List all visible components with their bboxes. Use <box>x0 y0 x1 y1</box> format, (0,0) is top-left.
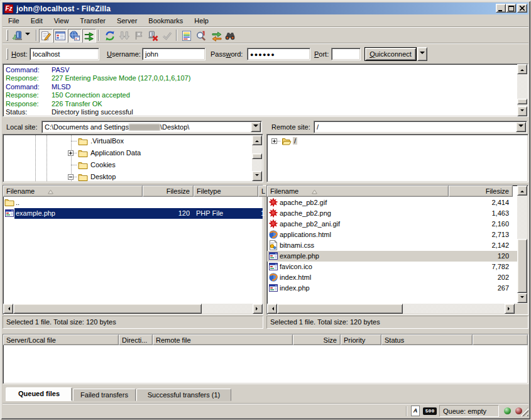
hscrollbar-thumb[interactable] <box>277 304 403 314</box>
scroll-left-button[interactable] <box>3 304 13 314</box>
local-tree-label[interactable]: Cookies <box>89 161 117 169</box>
speed-limit-icon[interactable]: 500 <box>423 407 437 415</box>
local-file-row[interactable]: example.php120PHP File1 <box>3 208 263 219</box>
menu-file[interactable]: File <box>3 16 25 26</box>
remote-tree-label[interactable]: / <box>293 137 297 145</box>
toolbar-gripper[interactable] <box>6 30 8 41</box>
queue-column-remote-file[interactable]: Remote file <box>153 334 293 345</box>
local-tree-label[interactable]: .VirtualBox <box>89 137 125 145</box>
tab-successful-transfers-1[interactable]: Successful transfers (1) <box>136 389 231 401</box>
data-type-icon[interactable]: A <box>411 406 420 416</box>
scroll-down-button[interactable] <box>517 293 527 303</box>
queue-column-priority[interactable]: Priority <box>341 334 381 345</box>
local-tree-item[interactable]: .VirtualBox <box>3 135 263 147</box>
local-list-hscrollbar[interactable] <box>3 304 263 314</box>
disconnect-button[interactable] <box>146 29 160 43</box>
log-scrollbar[interactable] <box>517 64 528 116</box>
host-input[interactable]: localhost <box>30 48 99 60</box>
hscrollbar-thumb[interactable] <box>13 304 202 314</box>
local-site-combobox[interactable]: C:\Documents and Settings\Desktop\ <box>41 121 262 133</box>
directory-comparison-button[interactable] <box>223 29 237 43</box>
tree-scrollbar-thumb[interactable] <box>252 153 262 159</box>
synchronized-browsing-button[interactable] <box>210 29 224 43</box>
toggle-message-log-button[interactable] <box>39 29 53 43</box>
expand-icon[interactable] <box>68 150 74 156</box>
remote-list-vscrollbar[interactable] <box>517 185 528 303</box>
remote-file-row[interactable]: apache_pb2.png1,463 <box>267 208 517 219</box>
remote-file-row[interactable]: example.php120 <box>267 251 517 262</box>
tab-queued-files[interactable]: Queued files <box>6 387 72 401</box>
local-file-row[interactable]: .. <box>3 197 263 208</box>
local-tree-item[interactable]: Cookies <box>3 159 263 171</box>
menu-transfer[interactable]: Transfer <box>74 16 111 26</box>
menu-server[interactable]: Server <box>111 16 143 26</box>
remote-tree-item[interactable]: / <box>267 135 528 147</box>
log-scrollbar-thumb[interactable] <box>517 99 527 104</box>
cancel-button[interactable] <box>132 29 146 43</box>
file-search-button[interactable] <box>194 29 208 43</box>
menu-view[interactable]: View <box>48 16 75 26</box>
filezilla-logo-icon[interactable]: Fz <box>4 4 13 13</box>
quickconnect-dropdown-button[interactable] <box>417 47 427 61</box>
queue-column-direction[interactable]: Directi... <box>119 334 153 345</box>
site-manager-button[interactable] <box>10 29 24 43</box>
toggle-remote-tree-button[interactable] <box>68 29 82 43</box>
remote-file-row[interactable]: index.html202 <box>267 272 517 283</box>
reconnect-button[interactable] <box>160 29 174 43</box>
minimize-button[interactable] <box>496 4 506 13</box>
port-input[interactable] <box>331 48 361 60</box>
quickbar-gripper[interactable] <box>6 48 8 60</box>
remote-file-row[interactable]: favicon.ico7,782 <box>267 262 517 272</box>
remote-file-list[interactable]: FilenameFilesizeapache_pb2.gif2,414apach… <box>266 185 528 315</box>
vscrollbar-thumb[interactable] <box>517 239 527 293</box>
local-tree-item[interactable]: Desktop <box>3 171 263 183</box>
menu-help[interactable]: Help <box>189 16 214 26</box>
local-tree-item[interactable]: Application Data <box>3 147 263 159</box>
toggle-local-tree-button[interactable] <box>53 29 67 43</box>
username-input[interactable]: john <box>142 48 205 60</box>
local-site-dropdown-button[interactable] <box>251 122 261 132</box>
local-directory-tree[interactable]: .VirtualBoxApplication DataCookiesDeskto… <box>3 134 263 182</box>
remote-file-row[interactable]: index.php267 <box>267 283 517 294</box>
close-button[interactable] <box>517 4 527 13</box>
tab-failed-transfers[interactable]: Failed transfers <box>73 389 136 401</box>
scroll-down-button[interactable] <box>517 106 527 116</box>
password-input[interactable]: ●●●●●● <box>247 48 310 60</box>
local-tree-label[interactable]: Desktop <box>89 173 117 180</box>
menu-edit[interactable]: Edit <box>25 16 48 26</box>
queue-column-size[interactable]: Size <box>293 334 341 345</box>
column-header-filename[interactable]: Filename <box>267 185 449 197</box>
menu-bookmarks[interactable]: Bookmarks <box>143 16 189 26</box>
remote-file-row[interactable]: bitnami.css2,142 <box>267 240 517 251</box>
remote-file-row[interactable]: applications.html2,713 <box>267 229 517 240</box>
process-queue-button[interactable] <box>118 29 131 43</box>
remote-site-combobox[interactable]: / <box>314 121 527 133</box>
scroll-right-button[interactable] <box>505 304 515 314</box>
column-header-filesize[interactable]: Filesize <box>449 185 513 197</box>
column-header-filetype[interactable]: Filetype <box>194 185 258 197</box>
scroll-right-button[interactable] <box>253 304 263 314</box>
remote-file-row[interactable]: apache_pb2.gif2,414 <box>267 197 517 208</box>
scroll-down-button[interactable] <box>252 171 262 181</box>
collapse-icon[interactable] <box>68 174 74 180</box>
local-tree-scrollbar[interactable] <box>252 135 262 181</box>
expand-icon[interactable] <box>271 138 277 144</box>
refresh-button[interactable] <box>103 29 117 43</box>
scroll-up-button[interactable] <box>517 185 527 196</box>
column-header-filename[interactable]: Filename <box>3 185 143 197</box>
maximize-button[interactable] <box>506 4 516 13</box>
remote-file-row[interactable]: apache_pb2_ani.gif2,160 <box>267 219 517 229</box>
site-manager-dropdown-button[interactable] <box>25 33 31 38</box>
queue-column-status[interactable]: Status <box>381 334 473 345</box>
column-header-filesize[interactable]: Filesize <box>143 185 194 197</box>
scroll-left-button[interactable] <box>267 304 277 314</box>
queue-column-server-local-file[interactable]: Server/Local file <box>3 334 119 345</box>
toggle-transfer-queue-button[interactable] <box>82 29 96 43</box>
scroll-up-button[interactable] <box>517 64 527 74</box>
directory-filter-button[interactable] <box>180 29 194 43</box>
remote-directory-tree[interactable]: / <box>266 134 528 182</box>
local-tree-label[interactable]: Application Data <box>89 149 142 157</box>
local-file-list[interactable]: FilenameFilesizeFiletypeL..example.php12… <box>3 185 263 315</box>
scroll-up-button[interactable] <box>252 135 262 145</box>
quickconnect-button[interactable]: Quickconnect <box>364 47 417 61</box>
